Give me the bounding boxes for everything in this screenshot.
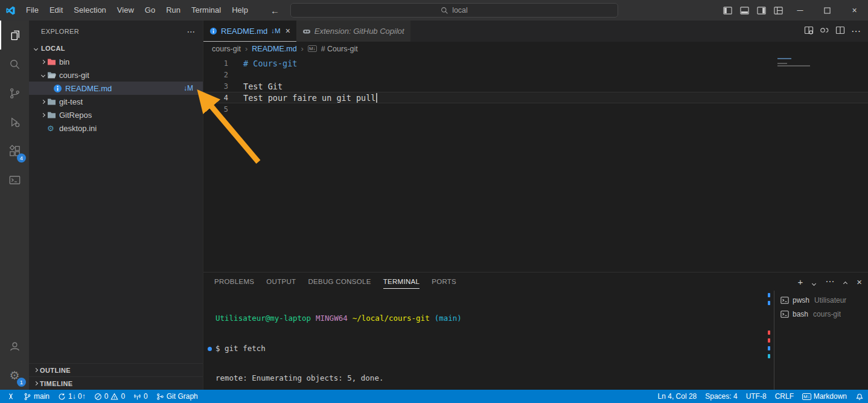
split-editor-icon[interactable] (835, 25, 845, 37)
terminal-output[interactable]: Utilisateur@my-laptopMINGW64~/local/cour… (203, 291, 765, 390)
menu-file[interactable]: File (21, 0, 44, 21)
explorer-more-actions-icon[interactable]: ⋯ (187, 27, 196, 36)
open-changes-icon[interactable] (820, 25, 829, 37)
git-branch-status[interactable]: main (19, 390, 54, 403)
accounts-icon[interactable] (0, 332, 29, 361)
settings-badge: 1 (17, 378, 26, 387)
menu-go[interactable]: Go (139, 0, 161, 21)
encoding-setting[interactable]: UTF-8 (742, 390, 771, 403)
chevron-right-icon (33, 368, 37, 372)
tree-root-local[interactable]: LOCAL (29, 42, 203, 55)
command-center-search[interactable]: local (290, 3, 618, 18)
tree-item-git-test[interactable]: git-test (29, 95, 203, 108)
tab-problems[interactable]: PROBLEMS (214, 274, 254, 289)
remote-indicator[interactable] (2, 390, 19, 403)
git-graph-button[interactable]: Git Graph (152, 390, 202, 403)
extensions-icon[interactable]: 4 (0, 137, 29, 166)
tree-item-desktop-ini[interactable]: ⚙ desktop.ini (29, 121, 203, 135)
git-graph-icon (156, 393, 164, 401)
line-number: 2 (203, 71, 228, 79)
terminal-item-bash[interactable]: bash cours-git (774, 307, 868, 321)
minimize-icon[interactable]: ─ (787, 0, 814, 21)
code-line-1[interactable]: 1 # Cours-git (203, 57, 868, 69)
run-debug-icon[interactable] (0, 108, 29, 137)
minimap[interactable] (777, 58, 814, 68)
search-sidebar-icon[interactable] (0, 50, 29, 79)
panel-header: PROBLEMS OUTPUT DEBUG CONSOLE TERMINAL P… (203, 272, 868, 291)
chevron-right-icon (40, 99, 45, 103)
outline-label: OUTLINE (40, 367, 71, 374)
command-decoration-dot[interactable] (208, 347, 212, 351)
breadcrumb-symbol[interactable]: # Cours-git (321, 45, 358, 53)
code-line-4[interactable]: 4 Test pour faire un git pull (203, 92, 868, 103)
tab-output[interactable]: OUTPUT (266, 274, 296, 289)
folder-icon (47, 98, 58, 106)
tab-debug-console[interactable]: DEBUG CONSOLE (308, 274, 371, 289)
new-terminal-icon[interactable]: + (797, 277, 803, 287)
command-center-label: local (452, 6, 468, 15)
toggle-primary-sidebar-icon[interactable] (719, 0, 736, 21)
notifications-bell[interactable] (851, 390, 868, 403)
language-mode[interactable]: M↓ Markdown (798, 390, 851, 403)
code-line-2[interactable]: 2 (203, 69, 868, 80)
tab-terminal[interactable]: TERMINAL (383, 274, 420, 289)
terminal-output-line: remote: Enumerating objects: 5, done. (215, 373, 765, 384)
maximize-panel-icon[interactable] (843, 277, 848, 287)
chevron-right-icon (33, 381, 37, 385)
tree-item-label: desktop.ini (59, 124, 97, 133)
tree-item-gitrepos[interactable]: GitRepos (29, 108, 203, 121)
tree-item-cours-git[interactable]: cours-git (29, 68, 203, 82)
tab-ports[interactable]: PORTS (432, 274, 456, 289)
maximize-icon[interactable] (814, 0, 841, 21)
problems-status[interactable]: 0 0 (90, 390, 129, 403)
more-actions-icon[interactable]: ⋯ (851, 25, 861, 37)
tab-readme[interactable]: README.md ↓M × (203, 21, 296, 42)
file-tree: LOCAL bin cours-git README.md ↓M (29, 42, 203, 363)
chevron-right-icon (40, 59, 45, 63)
open-preview-icon[interactable] (804, 25, 814, 37)
close-tab-icon[interactable]: × (286, 26, 290, 36)
tree-item-bin[interactable]: bin (29, 55, 203, 68)
toggle-secondary-sidebar-icon[interactable] (753, 0, 770, 21)
remote-terminal-icon[interactable] (0, 166, 29, 195)
code-text: # Cours-git (243, 59, 297, 68)
ports-status[interactable]: 0 (129, 390, 152, 403)
explorer-icon[interactable] (0, 21, 29, 50)
tree-item-readme[interactable]: README.md ↓M (29, 82, 203, 95)
breadcrumb-folder[interactable]: cours-git (212, 45, 241, 53)
tab-label: Extension: GitHub Copilot (314, 27, 404, 36)
line-number: 5 (203, 105, 228, 114)
terminal-icon (780, 310, 789, 318)
tab-extension-copilot[interactable]: Extension: GitHub Copilot (296, 21, 410, 42)
menu-edit[interactable]: Edit (44, 0, 68, 21)
breadcrumb-file[interactable]: README.md (252, 45, 296, 53)
panel-more-icon[interactable]: ⋯ (825, 276, 834, 287)
eol-setting[interactable]: CRLF (771, 390, 798, 403)
sidebar-title: EXPLORER (41, 28, 79, 35)
menu-view[interactable]: View (112, 0, 139, 21)
outline-section[interactable]: OUTLINE (29, 363, 203, 376)
menu-terminal[interactable]: Terminal (186, 0, 226, 21)
explorer-sidebar: EXPLORER ⋯ LOCAL bin cours-git (29, 21, 203, 390)
close-panel-icon[interactable]: × (857, 277, 862, 287)
back-icon[interactable]: ← (270, 5, 279, 16)
cursor-position[interactable]: Ln 4, Col 28 (654, 390, 701, 403)
settings-gear-icon[interactable]: ⚙ 1 (0, 361, 29, 390)
git-sync-status[interactable]: 1↓ 0↑ (54, 390, 90, 403)
terminal-shell-label: pwsh (793, 296, 809, 305)
code-editor[interactable]: 1 # Cours-git 2 3 Test Git 4 Test pour f… (203, 56, 868, 272)
menu-run[interactable]: Run (161, 0, 186, 21)
menu-selection[interactable]: Selection (68, 0, 111, 21)
close-window-icon[interactable]: × (841, 0, 868, 21)
title-bar: File Edit Selection View Go Run Terminal… (0, 0, 868, 21)
terminal-item-pwsh[interactable]: pwsh Utilisateur (774, 293, 868, 307)
toggle-panel-icon[interactable] (736, 0, 753, 21)
code-line-3[interactable]: 3 Test Git (203, 80, 868, 92)
terminal-dropdown-icon[interactable] (811, 277, 817, 287)
indentation-setting[interactable]: Spaces: 4 (701, 390, 741, 403)
code-line-5[interactable]: 5 (203, 103, 868, 115)
timeline-section[interactable]: TIMELINE (29, 376, 203, 390)
customize-layout-icon[interactable] (770, 0, 787, 21)
source-control-icon[interactable] (0, 79, 29, 108)
menu-help[interactable]: Help (226, 0, 254, 21)
